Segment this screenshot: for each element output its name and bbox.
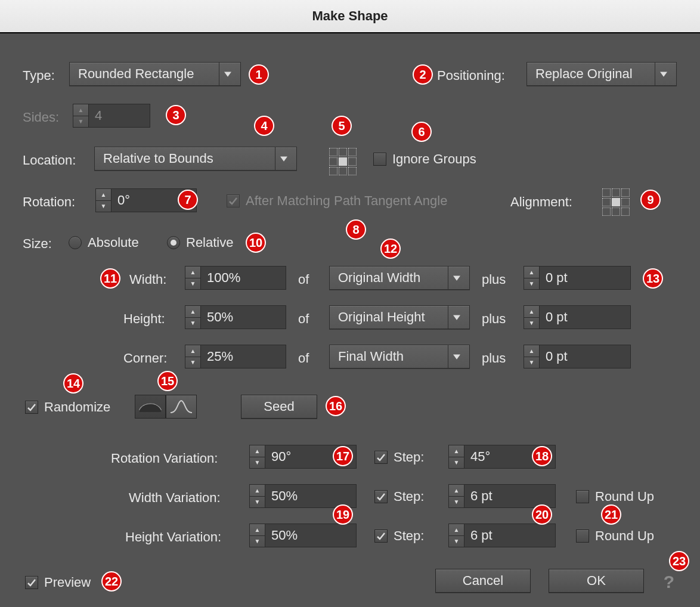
width-plus-input[interactable]: ▲▼ 0 pt	[524, 266, 631, 290]
corner-percent-input[interactable]: ▲▼ 25%	[185, 345, 286, 368]
help-icon[interactable]: ?	[661, 574, 677, 590]
width-percent-input[interactable]: ▲▼ 100%	[185, 266, 286, 290]
chevron-down-icon	[655, 63, 671, 85]
location-label: Location:	[23, 153, 76, 168]
width-roundup-label: Round Up	[595, 489, 654, 504]
annotation-marker: 21	[601, 504, 621, 525]
rotation-step-checkbox[interactable]: Step:	[374, 450, 424, 465]
annotation-marker: 13	[643, 268, 663, 289]
annotation-marker: 22	[101, 571, 122, 591]
annotation-marker: 5	[332, 116, 352, 136]
annotation-marker: 17	[333, 446, 353, 466]
ok-button[interactable]: OK	[549, 569, 644, 593]
height-plus-value: 0 pt	[540, 306, 630, 329]
alignment-label: Alignment:	[510, 194, 572, 210]
randomize-label: Randomize	[44, 399, 110, 415]
height-variation-input[interactable]: ▲▼ 50%	[249, 524, 357, 547]
width-ref-select[interactable]: Original Width	[329, 266, 470, 290]
ignore-groups-label: Ignore Groups	[392, 151, 476, 167]
chevron-down-icon	[448, 345, 464, 368]
annotation-marker: 12	[380, 239, 401, 259]
svg-marker-0	[224, 72, 231, 76]
width-label: Width:	[129, 272, 166, 287]
preview-checkbox[interactable]: Preview	[25, 575, 91, 590]
chevron-down-icon	[275, 147, 292, 170]
type-select[interactable]: Rounded Rectangle	[69, 62, 241, 86]
stepper-down-icon[interactable]: ▼	[96, 201, 111, 212]
annotation-marker: 16	[326, 396, 346, 416]
stepper-down-icon: ▼	[73, 116, 88, 128]
height-step-label: Step:	[394, 528, 424, 544]
stepper-up-icon[interactable]: ▲	[96, 189, 111, 201]
size-absolute-radio[interactable]: Absolute	[69, 235, 139, 250]
height-label: Height:	[123, 311, 165, 327]
of-label-3: of	[298, 351, 309, 366]
size-relative-radio[interactable]: Relative	[167, 235, 233, 250]
annotation-marker: 11	[100, 268, 120, 289]
height-percent-value: 50%	[201, 306, 286, 329]
size-absolute-label: Absolute	[88, 235, 139, 250]
corner-ref-select[interactable]: Final Width	[329, 345, 470, 368]
rotation-label: Rotation:	[23, 194, 75, 210]
annotation-marker: 1	[249, 64, 269, 85]
corner-plus-value: 0 pt	[540, 345, 630, 368]
annotation-marker: 14	[63, 373, 83, 394]
height-step-checkbox[interactable]: Step:	[374, 528, 424, 544]
ignore-groups-checkbox[interactable]: Ignore Groups	[373, 151, 476, 167]
plus-label-2: plus	[482, 311, 506, 327]
svg-marker-2	[280, 156, 287, 161]
height-ref-select[interactable]: Original Height	[329, 305, 470, 329]
svg-marker-1	[660, 72, 667, 76]
chevron-down-icon	[448, 267, 464, 289]
annotation-marker: 6	[411, 122, 432, 142]
annotation-marker: 20	[532, 504, 552, 525]
height-ref-value: Original Height	[338, 309, 425, 325]
height-step-input[interactable]: ▲▼ 6 pt	[448, 524, 556, 547]
corner-plus-input[interactable]: ▲▼ 0 pt	[524, 345, 631, 368]
annotation-marker: 8	[346, 219, 366, 240]
sides-value: 4	[89, 104, 150, 127]
seed-button[interactable]: Seed	[241, 395, 317, 419]
height-step-value: 6 pt	[464, 524, 555, 547]
randomize-checkbox[interactable]: Randomize	[25, 399, 110, 415]
distribution-gaussian-button[interactable]	[166, 395, 197, 419]
plus-label-3: plus	[482, 351, 506, 366]
after-matching-checkbox: After Matching Path Tangent Angle	[227, 193, 447, 209]
annotation-marker: 7	[178, 190, 198, 210]
annotation-marker: 3	[166, 105, 186, 125]
rotation-step-label: Step:	[394, 450, 424, 465]
height-roundup-checkbox[interactable]: Round Up	[576, 528, 654, 544]
height-percent-input[interactable]: ▲▼ 50%	[185, 305, 286, 329]
width-step-label: Step:	[394, 489, 424, 504]
plus-label-1: plus	[482, 272, 506, 287]
cancel-button[interactable]: Cancel	[435, 569, 531, 593]
height-roundup-label: Round Up	[595, 528, 654, 544]
reference-point-picker[interactable]	[329, 148, 357, 175]
width-variation-label: Width Variation:	[129, 490, 221, 506]
type-label: Type:	[23, 68, 55, 83]
width-ref-value: Original Width	[338, 270, 420, 286]
window-titlebar: Make Shape	[0, 0, 700, 33]
chevron-down-icon	[219, 63, 236, 85]
window-title: Make Shape	[312, 8, 388, 24]
size-label: Size:	[23, 236, 52, 252]
width-roundup-checkbox[interactable]: Round Up	[576, 489, 654, 504]
rotation-variation-label: Rotation Variation:	[111, 451, 218, 466]
size-relative-label: Relative	[186, 235, 233, 250]
alignment-picker[interactable]	[602, 188, 630, 216]
stepper-up-icon: ▲	[73, 104, 88, 116]
corner-ref-value: Final Width	[338, 349, 404, 364]
height-plus-input[interactable]: ▲▼ 0 pt	[524, 305, 631, 329]
positioning-label: Positioning:	[437, 68, 505, 83]
distribution-uniform-button[interactable]	[135, 395, 166, 419]
annotation-marker: 15	[157, 371, 178, 391]
dialog-body: Type: Rounded Rectangle Positioning: Rep…	[0, 33, 700, 607]
seed-label: Seed	[264, 399, 294, 414]
location-select[interactable]: Relative to Bounds	[94, 147, 297, 171]
positioning-select[interactable]: Replace Original	[526, 62, 677, 86]
type-value: Rounded Rectangle	[78, 66, 194, 82]
width-step-checkbox[interactable]: Step:	[374, 489, 424, 504]
corner-label: Corner:	[123, 351, 167, 366]
annotation-marker: 2	[413, 64, 433, 85]
svg-marker-4	[453, 315, 460, 320]
